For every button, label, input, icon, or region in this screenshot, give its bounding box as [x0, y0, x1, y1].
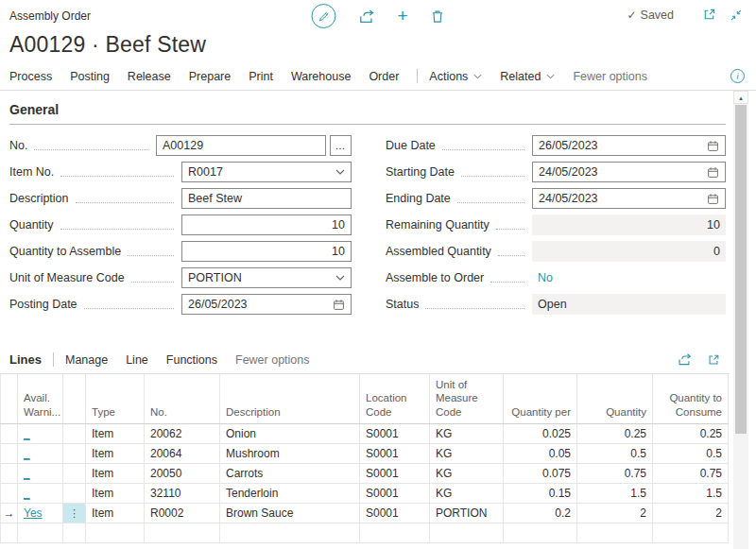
menu-item-prepare[interactable]: Prepare	[189, 70, 231, 83]
quantity-to-assemble-input[interactable]	[188, 245, 345, 258]
related-dropdown[interactable]: Related	[500, 70, 555, 83]
quantity-per-cell[interactable]: 0.075	[504, 464, 577, 484]
quantity-per-cell[interactable]: 0.2	[504, 504, 577, 523]
avail-warning-cell[interactable]: _	[18, 424, 63, 444]
no-cell[interactable]: R0002	[145, 504, 220, 523]
lines-heading[interactable]: Lines	[9, 352, 42, 367]
fewer-options-button[interactable]: Fewer options	[573, 70, 647, 83]
general-heading[interactable]: General	[9, 102, 730, 117]
uom-cell[interactable]: KG	[430, 484, 504, 504]
no-cell[interactable]: 20064	[145, 444, 220, 464]
location-code-cell[interactable]	[360, 523, 430, 543]
no-cell[interactable]	[145, 523, 220, 543]
due-date-input[interactable]	[539, 139, 707, 152]
quantity-to-consume-cell[interactable]: 0.75	[653, 464, 729, 484]
assist-edit-button[interactable]: …	[330, 135, 352, 156]
quantity-to-consume-cell[interactable]: 0.25	[653, 424, 729, 444]
no-input[interactable]	[163, 139, 319, 152]
quantity-to-consume-cell[interactable]: 1.5	[653, 484, 729, 504]
chevron-down-icon[interactable]	[335, 275, 345, 281]
lines-fewer-options-button[interactable]: Fewer options	[235, 353, 310, 367]
quantity-to-consume-cell[interactable]: 2	[653, 504, 729, 523]
lines-share-button[interactable]	[678, 352, 692, 367]
header-type[interactable]: Type	[86, 374, 145, 424]
description-cell[interactable]: Brown Sauce	[220, 504, 360, 523]
avail-warning-cell[interactable]: Yes	[18, 504, 63, 523]
actions-dropdown[interactable]: Actions	[429, 70, 482, 83]
open-in-window-button[interactable]	[702, 8, 716, 22]
chevron-down-icon[interactable]	[335, 169, 345, 175]
calendar-icon[interactable]	[333, 299, 345, 311]
uom-cell[interactable]	[430, 523, 504, 543]
type-cell[interactable]: Item	[86, 424, 145, 444]
edit-button[interactable]	[311, 4, 335, 28]
quantity-per-cell[interactable]: 0.025	[504, 424, 577, 444]
header-location-code[interactable]: Location Code	[360, 374, 430, 424]
row-menu-cell[interactable]	[63, 484, 86, 504]
menu-item-order[interactable]: Order	[369, 70, 399, 83]
unit-of-measure-input[interactable]	[188, 271, 335, 284]
row-menu-cell[interactable]	[63, 424, 86, 444]
quantity-to-consume-cell[interactable]: 0.5	[653, 444, 729, 464]
location-code-cell[interactable]: S0001	[360, 424, 430, 444]
description-cell[interactable]	[220, 523, 360, 543]
starting-date-input[interactable]	[539, 165, 707, 179]
lines-open-in-window-button[interactable]	[707, 352, 720, 367]
calendar-icon[interactable]	[707, 140, 719, 152]
description-cell[interactable]: Carrots	[220, 464, 360, 484]
uom-cell[interactable]: KG	[430, 464, 504, 484]
quantity-per-cell[interactable]: 0.15	[504, 484, 577, 504]
menu-item-posting[interactable]: Posting	[70, 70, 110, 83]
avail-warning-cell[interactable]	[18, 523, 63, 543]
quantity-input[interactable]	[188, 218, 345, 232]
quantity-cell[interactable]: 0.25	[577, 424, 653, 444]
quantity-cell[interactable]: 0.75	[577, 464, 653, 484]
location-code-cell[interactable]: S0001	[360, 464, 430, 484]
location-code-cell[interactable]: S0001	[360, 504, 430, 523]
type-cell[interactable]: Item	[86, 504, 145, 523]
header-unit-of-measure-code[interactable]: Unit of Measure Code	[430, 374, 504, 424]
calendar-icon[interactable]	[707, 193, 719, 205]
ending-date-input[interactable]	[539, 192, 707, 205]
new-button[interactable]: +	[397, 6, 407, 26]
quantity-per-cell[interactable]: 0.05	[504, 444, 577, 464]
item-no-input[interactable]	[188, 165, 335, 179]
header-quantity-per[interactable]: Quantity per	[504, 374, 577, 424]
avail-warning-cell[interactable]: _	[18, 464, 63, 484]
description-input[interactable]	[188, 192, 345, 205]
uom-cell[interactable]: PORTION	[430, 504, 504, 523]
quantity-per-cell[interactable]	[504, 523, 577, 543]
type-cell[interactable]: Item	[86, 484, 145, 504]
description-cell[interactable]: Mushroom	[220, 444, 360, 464]
lines-menu-manage[interactable]: Manage	[65, 353, 108, 367]
avail-warning-cell[interactable]: _	[18, 444, 63, 464]
share-button[interactable]	[358, 9, 374, 25]
uom-cell[interactable]: KG	[430, 424, 504, 444]
row-menu-cell[interactable]	[63, 523, 86, 543]
scroll-up-icon[interactable]: ▴	[733, 91, 748, 104]
header-no[interactable]: No.	[145, 374, 220, 424]
no-cell[interactable]: 20062	[145, 424, 220, 444]
description-cell[interactable]: Onion	[220, 424, 360, 444]
header-quantity[interactable]: Quantity	[577, 374, 653, 424]
menu-item-warehouse[interactable]: Warehouse	[291, 70, 351, 83]
menu-item-release[interactable]: Release	[128, 70, 171, 83]
minimize-page-button[interactable]	[730, 9, 743, 22]
quantity-cell[interactable]: 2	[577, 504, 653, 523]
lines-menu-line[interactable]: Line	[126, 353, 148, 367]
quantity-cell[interactable]	[577, 523, 653, 543]
type-cell[interactable]	[86, 523, 145, 543]
type-cell[interactable]: Item	[86, 444, 145, 464]
no-cell[interactable]: 32110	[145, 484, 220, 504]
menu-item-print[interactable]: Print	[249, 70, 273, 83]
header-avail-warning[interactable]: Avail. Warni...	[18, 374, 63, 424]
header-quantity-to-consume[interactable]: Quantity to Consume	[653, 374, 729, 424]
vertical-scrollbar[interactable]: ▴	[733, 91, 748, 549]
location-code-cell[interactable]: S0001	[360, 484, 430, 504]
calendar-icon[interactable]	[707, 166, 719, 179]
description-cell[interactable]: Tenderloin	[220, 484, 360, 504]
location-code-cell[interactable]: S0001	[360, 444, 430, 464]
menu-item-process[interactable]: Process	[9, 70, 52, 83]
type-cell[interactable]: Item	[86, 464, 145, 484]
uom-cell[interactable]: KG	[430, 444, 504, 464]
